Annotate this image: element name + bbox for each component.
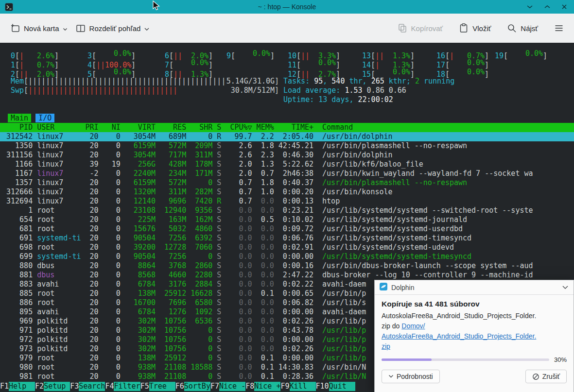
copy-button: Kopírovať [393,20,447,36]
notification-app-name: Dolphin [391,284,414,291]
process-row[interactable]: 1166linux73919256G428M178MS2.01.35:22.62… [0,160,574,169]
process-row[interactable]: 881dbus200856846602280S0.00.02:47.22dbus… [0,271,574,280]
menu-button[interactable] [550,20,568,36]
file-link-ext[interactable]: zip [382,342,390,350]
load-average-line: Load average: 1.53 0.86 0.66 [283,86,574,95]
chevron-down-icon [144,24,150,33]
fkey-f3[interactable]: F3Search [70,382,105,391]
maximize-button[interactable] [544,4,551,9]
fkey-f5[interactable]: F5Tree [140,382,175,391]
dolphin-notification: Dolphin Kopíruje sa 41 481 súborov Autos… [374,280,574,392]
fkey-f4[interactable]: F4Filter [105,382,140,391]
tab-main[interactable]: Main [8,114,31,122]
search-icon [506,23,517,34]
process-row[interactable]: 1root20023108129409356S0.00.00:23.21/usr… [0,206,574,215]
titlebar[interactable]: ~ : htop — Konsole [0,0,574,14]
process-row[interactable]: 698root20039200127287060S0.00.00:02.91/u… [0,243,574,252]
destination-link[interactable]: Domov/ [401,322,425,330]
details-button[interactable]: Podrobnosti [382,370,440,383]
cpu-meter-9: 9[0.0%] [226,49,275,61]
window-title: ~ : htop — Konsole [0,3,574,11]
tab-io[interactable]: I/O [35,114,54,122]
cpu-meters-right: 10[||3.3%]13[||1.3%]16[|0.7%]19[0.0%]11[… [283,49,574,77]
chevron-down-icon [388,375,394,378]
paste-icon [458,23,469,34]
new-tab-button[interactable]: Nová karta [6,20,71,36]
htop-meters-area: 0[|2.6%]3[0.0%]6[||2.0%]9[0.0%]1[|0.7%]4… [0,43,574,104]
tasks-line: Tasks: 95, 540 thr, 265 kthr; 2 running [283,77,574,86]
close-button[interactable] [561,4,567,10]
notification-header[interactable]: Dolphin [375,280,574,295]
fkey-f10[interactable]: F10Quit [316,382,355,391]
paste-button[interactable]: Vložiť [454,20,495,36]
swap-meter: Swp[||||||||||||||||||||||||||||||||||30… [11,86,283,95]
process-row[interactable]: 312666linux72001320M311M282MS0.71.00:00.… [0,187,574,197]
fkey-f6[interactable]: F6SortBy [175,382,210,391]
progress-bar [382,358,549,361]
process-row[interactable]: 1167linux7-202240M234M171MS2.00.72h46:38… [0,169,574,178]
process-row[interactable]: 312694linux72001214096967420R0.70.00:00.… [0,197,574,206]
process-row[interactable]: 880dbus200886437682860S0.00.00:00.16/usr… [0,261,574,271]
screen-tabs: MainI/O [0,114,574,123]
find-button[interactable]: Nájsť [503,20,542,36]
progress-row: 30% [382,356,567,363]
uptime-line: Uptime: 13 days, 22:00:02 [283,95,574,104]
fkey-f1[interactable]: F1Help [0,382,35,391]
fkey-f7[interactable]: F7Nice - [210,382,245,391]
dolphin-app-icon [380,283,387,292]
file-link[interactable]: AutoskolaFree8a_Android_Studio_Projects_… [382,332,536,340]
process-row[interactable]: 312542linux72003054M689M0R99.72.22:05.40… [0,132,574,141]
copy-icon [397,23,408,34]
minimize-button[interactable] [526,4,533,9]
cancel-icon [532,373,539,380]
fkey-f8[interactable]: F8Nice + [245,382,280,391]
split-view-button[interactable]: Rozdeliť pohľad [71,20,154,36]
konsole-app-icon [5,3,13,11]
process-row[interactable]: 311156linux72003054M717M311MS2.62.30:46.… [0,151,574,160]
process-table-header[interactable]: PIDUSERPRINIVIRTRESSHRSCPU%▽MEM%TIME+Com… [0,123,574,132]
cpu-meter-19: 19[0.0%] [495,49,547,61]
notification-text: AutoskolaFree8a_Android_Studio_Projects_… [382,311,567,352]
process-row[interactable]: 1350linux72006159M572M209MS2.61.842:45.2… [0,141,574,151]
process-row[interactable]: 1357linux72006159M572M0S0.71.80:40.37/us… [0,178,574,187]
split-view-icon [75,23,86,34]
cpu-meters-left: 0[|2.6%]3[0.0%]6[||2.0%]9[0.0%]1[|0.7%]4… [11,49,283,77]
process-row[interactable]: 654root200225M163M162MS0.00.50:10.02/usr… [0,215,574,224]
process-row[interactable]: 691systemd-ti2009050472566392S0.00.00:06… [0,234,574,243]
notification-title: Kopíruje sa 41 481 súborov [382,300,567,308]
progress-percent: 30% [554,356,567,363]
fkey-f9[interactable]: F9Kill [280,382,315,391]
toolbar: Nová karta Rozdeliť pohľad Kopírovať Vlo… [0,14,574,43]
new-tab-icon [10,23,20,34]
collapse-notification-icon[interactable] [562,285,569,290]
memory-meter: Mem[||||||||||||||||||||||||||||||||||||… [11,77,283,86]
cancel-button[interactable]: Zrušiť [525,370,567,383]
fkey-f2[interactable]: F2Setup [35,382,70,391]
chevron-down-icon [63,24,68,33]
hamburger-menu-icon [554,23,564,34]
process-row[interactable]: 699systemd-ti2009050472560S0.00.00:00.00… [0,252,574,261]
process-row[interactable]: 681root2001567650324860S0.00.00:09.72/us… [0,224,574,234]
